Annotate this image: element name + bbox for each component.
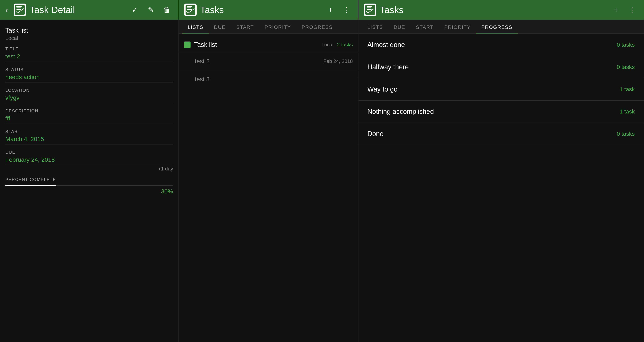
start-label: START bbox=[5, 129, 173, 134]
svg-rect-3 bbox=[16, 9, 21, 10]
task-detail-title: Task Detail bbox=[30, 5, 125, 15]
list-subtitle: Local bbox=[5, 35, 173, 41]
description-label: DESCRIPTION bbox=[5, 108, 173, 113]
start-field: START March 4, 2015 bbox=[5, 129, 173, 144]
tab-progress[interactable]: PROGRESS bbox=[296, 22, 338, 34]
task-divider-2 bbox=[179, 88, 358, 88]
list-title: Task list bbox=[5, 27, 173, 34]
progress-divider-4 bbox=[358, 145, 644, 145]
progress-item-name-1: Halfway there bbox=[367, 63, 409, 71]
location-label: LOCATION bbox=[5, 88, 173, 93]
task-item-date-1: Feb 24, 2018 bbox=[324, 58, 353, 64]
task-item-name-2: test 3 bbox=[195, 76, 353, 83]
tasks-list-tabbar: LISTS DUE START PRIORITY PROGRESS bbox=[179, 20, 358, 34]
more-progress-button[interactable]: ⋮ bbox=[626, 4, 638, 16]
svg-rect-1 bbox=[16, 6, 22, 7]
tasks-progress-tabbar: LISTS DUE START PRIORITY PROGRESS bbox=[358, 20, 644, 34]
title-label: TITLE bbox=[5, 47, 173, 52]
progress-list: Almost done 0 tasks Halfway there 0 task… bbox=[358, 34, 644, 145]
status-value: needs action bbox=[5, 74, 173, 82]
svg-rect-8 bbox=[187, 8, 192, 8]
progress-bar-container: 30% bbox=[5, 185, 173, 197]
title-value: test 2 bbox=[5, 53, 173, 62]
task-item-2[interactable]: test 3 bbox=[179, 70, 358, 88]
list-item[interactable]: Nothing accomplished 1 task bbox=[358, 101, 644, 123]
status-label: STATUS bbox=[5, 67, 173, 72]
tab-priority-p[interactable]: PRIORITY bbox=[439, 22, 476, 34]
task-detail-content: Task list Local TITLE test 2 STATUS need… bbox=[0, 20, 178, 209]
tab-lists[interactable]: LISTS bbox=[182, 22, 209, 34]
svg-rect-9 bbox=[187, 9, 192, 10]
add-progress-button[interactable]: + bbox=[610, 4, 622, 16]
task-detail-header: ‹ Task Detail ✓ ✎ 🗑 bbox=[0, 0, 178, 20]
app-logo bbox=[14, 4, 26, 16]
app-logo-3 bbox=[364, 4, 376, 16]
progress-item-name-3: Nothing accomplished bbox=[367, 108, 434, 115]
tasks-progress-header: Tasks + ⋮ bbox=[358, 0, 644, 20]
tab-progress-p[interactable]: PROGRESS bbox=[476, 22, 518, 34]
more-options-button[interactable]: ⋮ bbox=[340, 4, 353, 16]
percent-field: PERCENT COMPLETE 30% bbox=[5, 177, 173, 197]
svg-rect-7 bbox=[187, 6, 192, 7]
task-list-section: Task list Local 2 tasks test 2 Feb 24, 2… bbox=[179, 34, 358, 92]
task-detail-panel: ‹ Task Detail ✓ ✎ 🗑 Task list Local TITL… bbox=[0, 0, 179, 342]
edit-button[interactable]: ✎ bbox=[145, 4, 157, 16]
due-value: February 24, 2018 bbox=[5, 156, 173, 165]
progress-bar-fill bbox=[5, 185, 56, 186]
back-button[interactable]: ‹ bbox=[5, 5, 8, 15]
task-item-name-1: test 2 bbox=[195, 58, 324, 65]
svg-rect-2 bbox=[16, 8, 21, 8]
progress-item-count-1: 0 tasks bbox=[617, 64, 635, 70]
list-item[interactable]: Halfway there 0 tasks bbox=[358, 56, 644, 78]
add-task-button[interactable]: + bbox=[324, 4, 337, 16]
progress-item-count-3: 1 task bbox=[620, 108, 635, 115]
status-field: STATUS needs action bbox=[5, 67, 173, 82]
svg-rect-14 bbox=[367, 8, 371, 8]
tasks-list-header: Tasks + ⋮ bbox=[179, 0, 358, 20]
progress-item-count-4: 0 tasks bbox=[617, 130, 635, 137]
location-field: LOCATION vfygv bbox=[5, 88, 173, 103]
tasks-list-title: Tasks bbox=[200, 5, 321, 15]
progress-bar-track bbox=[5, 185, 173, 186]
tasks-list-panel: Tasks + ⋮ LISTS DUE START PRIORITY PROGR… bbox=[179, 0, 358, 342]
task-item[interactable]: test 2 Feb 24, 2018 bbox=[179, 52, 358, 70]
list-header: Task list Local bbox=[5, 27, 173, 41]
tab-due[interactable]: DUE bbox=[209, 22, 231, 34]
due-label: DUE bbox=[5, 150, 173, 155]
tab-start-p[interactable]: START bbox=[410, 22, 439, 34]
list-task-count: 2 tasks bbox=[337, 42, 353, 48]
list-item[interactable]: Done 0 tasks bbox=[358, 123, 644, 145]
percent-value: 30% bbox=[161, 188, 173, 197]
app-logo-2 bbox=[184, 4, 196, 16]
due-field: DUE February 24, 2018 +1 day bbox=[5, 150, 173, 172]
description-field: DESCRIPTION fff bbox=[5, 108, 173, 124]
progress-row: 30% bbox=[5, 188, 173, 197]
list-name: Task list bbox=[194, 41, 318, 49]
tab-priority[interactable]: PRIORITY bbox=[259, 22, 296, 34]
tab-lists-p[interactable]: LISTS bbox=[362, 22, 388, 34]
progress-item-name-4: Done bbox=[367, 130, 384, 138]
list-item[interactable]: Way to go 1 task bbox=[358, 78, 644, 100]
start-value: March 4, 2015 bbox=[5, 135, 173, 144]
progress-item-count-0: 0 tasks bbox=[617, 42, 635, 48]
delete-button[interactable]: 🗑 bbox=[161, 4, 173, 16]
title-field: TITLE test 2 bbox=[5, 47, 173, 62]
svg-rect-15 bbox=[367, 9, 372, 10]
list-checkbox bbox=[184, 42, 190, 48]
progress-item-name-2: Way to go bbox=[367, 86, 398, 93]
tab-due-p[interactable]: DUE bbox=[388, 22, 410, 34]
tasks-progress-panel: Tasks + ⋮ LISTS DUE START PRIORITY PROGR… bbox=[358, 0, 644, 342]
percent-label: PERCENT COMPLETE bbox=[5, 177, 173, 182]
tasks-progress-title: Tasks bbox=[380, 5, 606, 15]
tab-start[interactable]: START bbox=[231, 22, 259, 34]
progress-item-count-2: 1 task bbox=[620, 86, 635, 93]
svg-rect-13 bbox=[367, 6, 372, 7]
task-list-header-row[interactable]: Task list Local 2 tasks bbox=[179, 37, 358, 52]
location-value: vfygv bbox=[5, 94, 173, 103]
list-source: Local bbox=[322, 42, 334, 48]
description-value: fff bbox=[5, 115, 173, 124]
list-item[interactable]: Almost done 0 tasks bbox=[358, 34, 644, 56]
check-button[interactable]: ✓ bbox=[128, 4, 141, 16]
due-extra: +1 day bbox=[5, 166, 173, 172]
progress-item-name-0: Almost done bbox=[367, 41, 405, 49]
